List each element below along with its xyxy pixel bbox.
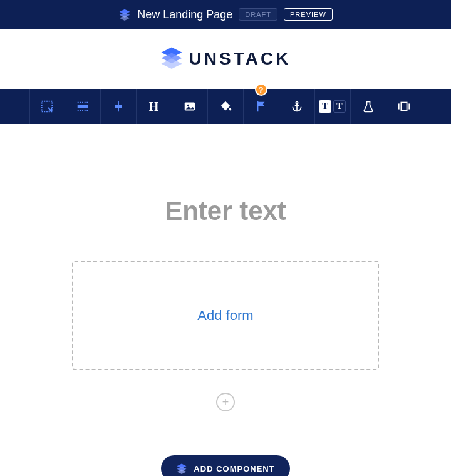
svg-point-7 bbox=[187, 105, 189, 106]
section-icon bbox=[76, 100, 90, 113]
top-header-bar: New Landing Page DRAFT PREVIEW bbox=[0, 0, 451, 29]
svg-point-8 bbox=[229, 108, 231, 111]
svg-rect-2 bbox=[77, 105, 88, 108]
form-dropzone[interactable]: Add form bbox=[72, 261, 379, 370]
editor-toolbar: H ? bbox=[0, 89, 451, 124]
flag-icon bbox=[254, 100, 268, 113]
svg-point-10 bbox=[296, 102, 298, 104]
add-component-button[interactable]: ADD COMPONENT bbox=[161, 455, 289, 476]
form-dropzone-label: Add form bbox=[197, 308, 253, 324]
preview-button[interactable]: PREVIEW bbox=[284, 8, 333, 21]
anchor-icon bbox=[291, 100, 303, 113]
tool-text-style[interactable]: T T bbox=[315, 89, 351, 124]
svg-rect-14 bbox=[401, 103, 407, 111]
page-canvas: Enter text Add form + ADD COMPONENT bbox=[0, 124, 451, 476]
brand-name: UNSTACK bbox=[189, 49, 291, 69]
tool-experiment[interactable] bbox=[351, 89, 386, 124]
tool-image[interactable] bbox=[172, 89, 208, 124]
text-style-icon: T T bbox=[319, 100, 346, 113]
tool-resize[interactable] bbox=[29, 89, 65, 124]
add-section-button[interactable]: + bbox=[216, 393, 235, 411]
tool-anchor[interactable] bbox=[279, 89, 315, 124]
resize-icon bbox=[40, 100, 54, 113]
tool-heading[interactable]: H bbox=[137, 89, 172, 124]
unstack-logo-icon bbox=[118, 8, 131, 21]
tool-layout[interactable] bbox=[386, 89, 422, 124]
status-badge-draft: DRAFT bbox=[239, 8, 277, 21]
page-title: New Landing Page bbox=[137, 8, 232, 21]
plus-icon: + bbox=[222, 396, 229, 409]
image-icon bbox=[183, 100, 197, 113]
add-component-label: ADD COMPONENT bbox=[194, 464, 274, 473]
unstack-logo-icon bbox=[160, 46, 183, 71]
help-badge-icon[interactable]: ? bbox=[255, 83, 267, 96]
brand-area: UNSTACK bbox=[0, 29, 451, 89]
beaker-icon bbox=[362, 100, 375, 113]
tool-background[interactable] bbox=[208, 89, 244, 124]
tool-section[interactable] bbox=[65, 89, 101, 124]
paint-bucket-icon bbox=[219, 100, 232, 113]
headline-placeholder[interactable]: Enter text bbox=[165, 196, 286, 226]
align-center-icon bbox=[111, 100, 125, 113]
carousel-icon bbox=[397, 100, 411, 113]
unstack-logo-icon bbox=[176, 463, 187, 474]
tool-flag[interactable]: ? bbox=[244, 89, 279, 124]
tool-align[interactable] bbox=[101, 89, 137, 124]
heading-icon: H bbox=[149, 100, 159, 114]
svg-rect-5 bbox=[115, 105, 122, 108]
